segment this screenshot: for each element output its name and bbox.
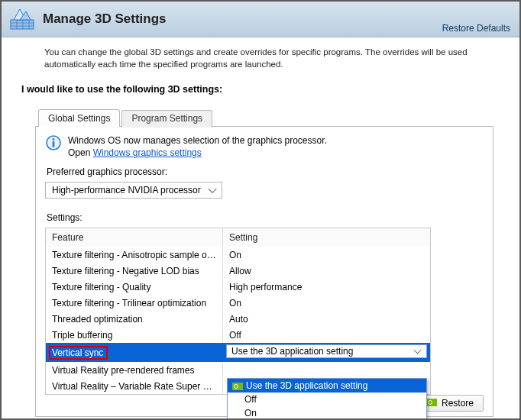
header-bar: Manage 3D Settings Restore Defaults: [2, 2, 519, 37]
restore-button-label: Restore: [442, 398, 474, 409]
restore-defaults-link[interactable]: Restore Defaults: [442, 23, 510, 34]
tabs-container: Global Settings Program Settings Windows…: [35, 108, 493, 417]
table-row[interactable]: Virtual Reality pre-rendered frames: [46, 362, 430, 378]
tab-program-settings[interactable]: Program Settings: [121, 110, 212, 128]
settings-table-body: Texture filtering - Anisotropic sample o…: [46, 247, 430, 394]
section-label: I would like to use the following 3D set…: [21, 84, 509, 95]
tabstrip: Global Settings Program Settings: [35, 108, 493, 126]
setting-cell: Auto: [223, 312, 430, 327]
info-icon: [45, 134, 62, 151]
feature-cell: Vertical sync: [46, 344, 223, 362]
setting-cell: On: [223, 296, 430, 311]
feature-cell: Texture filtering - Quality: [46, 279, 223, 295]
settings-table: Feature Setting Texture filtering - Anis…: [45, 228, 431, 395]
table-row[interactable]: Threaded optimization Auto: [46, 311, 430, 327]
table-row[interactable]: Triple buffering Off: [46, 327, 430, 343]
feature-cell: Texture filtering - Anisotropic sample o…: [46, 247, 223, 263]
table-row[interactable]: Texture filtering - Negative LOD bias Al…: [46, 263, 430, 279]
vertical-sync-dropdown-list[interactable]: Use the 3D application setting Off On Fa…: [227, 378, 427, 420]
vertical-sync-dropdown[interactable]: Use the 3D application setting: [226, 344, 427, 358]
app-icon: [9, 6, 35, 32]
info-line1: Windows OS now manages selection of the …: [68, 135, 327, 146]
dropdown-option[interactable]: Off: [228, 393, 426, 406]
vertical-sync-dropdown-value: Use the 3D application setting: [231, 346, 353, 357]
table-row[interactable]: Texture filtering - Quality High perform…: [46, 279, 430, 295]
settings-label: Settings:: [47, 212, 484, 223]
svg-rect-0: [11, 20, 34, 29]
setting-cell: High performance: [223, 279, 430, 295]
setting-cell: Use the 3D application setting: [223, 344, 430, 362]
setting-cell: Allow: [223, 263, 430, 279]
info-line2-prefix: Open: [68, 147, 93, 158]
dropdown-option-selected[interactable]: Use the 3D application setting: [228, 379, 426, 393]
preferred-processor-label: Preferred graphics processor:: [47, 166, 484, 177]
tab-panel-global: Windows OS now manages selection of the …: [35, 126, 493, 417]
table-row-vertical-sync[interactable]: Vertical sync Use the 3D application set…: [46, 343, 430, 362]
info-text: Windows OS now manages selection of the …: [68, 134, 327, 159]
col-head-feature: Feature: [46, 228, 223, 247]
svg-rect-11: [53, 141, 55, 147]
svg-point-10: [53, 138, 55, 141]
intro-text: You can change the global 3D settings an…: [44, 47, 509, 70]
body-area: You can change the global 3D settings an…: [2, 37, 519, 417]
nvidia-logo-icon: [232, 382, 243, 389]
feature-cell: Triple buffering: [46, 328, 223, 343]
setting-cell: On: [223, 247, 430, 263]
feature-cell: Virtual Reality – Variable Rate Super Sa…: [46, 379, 223, 394]
preferred-processor-select[interactable]: High-performance NVIDIA processor: [45, 182, 222, 199]
info-row: Windows OS now manages selection of the …: [45, 134, 484, 159]
page-title: Manage 3D Settings: [43, 11, 167, 27]
feature-cell: Threaded optimization: [46, 312, 223, 327]
settings-table-head: Feature Setting: [46, 228, 430, 247]
vertical-sync-highlight: Vertical sync: [49, 346, 108, 360]
col-head-setting: Setting: [223, 228, 430, 247]
setting-cell: [223, 363, 430, 378]
feature-cell: Virtual Reality pre-rendered frames: [46, 363, 223, 378]
table-row[interactable]: Texture filtering - Trilinear optimizati…: [46, 295, 430, 311]
setting-cell: Off: [223, 328, 430, 343]
feature-cell: Texture filtering - Trilinear optimizati…: [46, 296, 223, 311]
restore-button[interactable]: Restore: [419, 395, 484, 412]
nvidia-logo-icon: [426, 398, 437, 409]
dropdown-option-label: Use the 3D application setting: [246, 380, 367, 391]
dropdown-option[interactable]: On: [228, 406, 426, 420]
feature-cell: Texture filtering - Negative LOD bias: [46, 263, 223, 279]
windows-graphics-settings-link[interactable]: Windows graphics settings: [93, 147, 202, 158]
preferred-processor-value: High-performance NVIDIA processor: [52, 185, 201, 195]
tab-global-settings[interactable]: Global Settings: [38, 109, 120, 127]
table-row[interactable]: Texture filtering - Anisotropic sample o…: [46, 247, 430, 263]
